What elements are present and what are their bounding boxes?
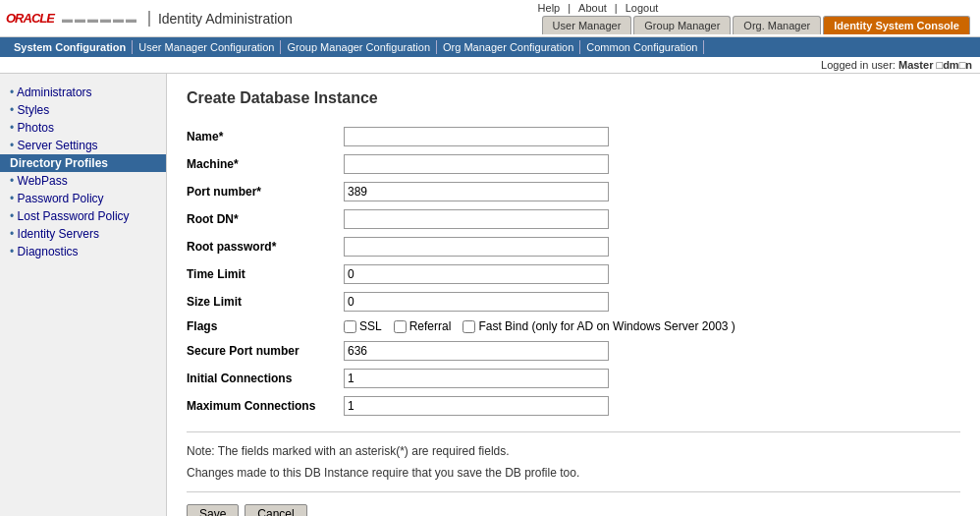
page-title: Create Database Instance: [187, 89, 960, 107]
help-link[interactable]: Help: [538, 2, 561, 14]
label-port: Port number*: [187, 178, 344, 205]
flag-ssl-label: SSL: [359, 319, 382, 333]
input-initial-connections[interactable]: [344, 369, 609, 388]
sidebar-menu: Administrators Styles Photos Server Sett…: [0, 84, 166, 260]
input-machine[interactable]: [344, 154, 609, 174]
label-size-limit: Size Limit: [187, 288, 344, 315]
tab-user-manager[interactable]: User Manager: [542, 16, 632, 34]
checkbox-ssl[interactable]: [344, 320, 356, 333]
sidebar-item-identity-servers[interactable]: Identity Servers: [0, 225, 166, 243]
top-bar: ORACLE ▬▬▬▬▬▬ Identity Administration He…: [0, 0, 980, 37]
button-row: Save Cancel: [187, 504, 960, 516]
input-time-limit[interactable]: [344, 264, 609, 284]
second-nav: System Configuration User Manager Config…: [0, 37, 980, 57]
note-required-fields: Note: The fields marked with an asterisk…: [187, 444, 960, 458]
label-max-connections: Maximum Connections: [187, 392, 344, 420]
nav-group-manager-config[interactable]: Group Manager Configuration: [281, 40, 437, 54]
divider-bottom: [187, 491, 960, 492]
flag-referral-label: Referral: [409, 319, 452, 333]
field-row-size-limit: Size Limit: [187, 288, 743, 315]
input-name[interactable]: [344, 127, 609, 146]
sidebar-item-styles[interactable]: Styles: [0, 101, 166, 119]
tab-identity-system-console[interactable]: Identity System Console: [823, 16, 970, 34]
input-max-connections[interactable]: [344, 396, 609, 416]
label-time-limit: Time Limit: [187, 260, 344, 288]
label-machine: Machine*: [187, 150, 344, 178]
input-size-limit[interactable]: [344, 292, 609, 312]
tab-org-manager[interactable]: Org. Manager: [733, 16, 821, 34]
input-secure-port[interactable]: [344, 341, 609, 361]
branding: ORACLE ▬▬▬▬▬▬ Identity Administration: [6, 11, 293, 27]
field-row-root-password: Root password*: [187, 233, 743, 260]
input-port[interactable]: [344, 182, 609, 201]
sidebar-item-diagnostics[interactable]: Diagnostics: [0, 243, 166, 260]
flag-ssl[interactable]: SSL: [344, 319, 382, 333]
main-layout: Administrators Styles Photos Server Sett…: [0, 74, 980, 516]
label-name: Name*: [187, 123, 344, 150]
field-row-flags: Flags SSL Referral: [187, 315, 743, 337]
flag-fast-bind-label: Fast Bind (only for AD on Windows Server…: [478, 319, 735, 333]
flag-referral[interactable]: Referral: [394, 319, 452, 333]
sidebar-item-directory-profiles[interactable]: Directory Profiles: [0, 154, 166, 172]
label-root-password: Root password*: [187, 233, 344, 260]
label-root-dn: Root DN*: [187, 205, 344, 233]
sidebar-item-server-settings[interactable]: Server Settings: [0, 137, 166, 154]
field-row-root-dn: Root DN*: [187, 205, 743, 233]
nav-common-config[interactable]: Common Configuration: [580, 40, 704, 54]
nav-system-config[interactable]: System Configuration: [8, 40, 133, 54]
content-area: Create Database Instance Name* Machine* …: [167, 74, 980, 516]
sidebar-item-administrators[interactable]: Administrators: [0, 84, 166, 101]
field-row-name: Name*: [187, 123, 743, 150]
logged-in-bar: Logged in user: Master □dm□n: [0, 57, 980, 74]
tab-nav: User Manager Group Manager Org. Manager …: [538, 14, 974, 34]
note-save-profile: Changes made to this DB Instance require…: [187, 466, 960, 480]
divider: [187, 431, 960, 432]
field-row-secure-port: Secure Port number: [187, 337, 743, 365]
cancel-button[interactable]: Cancel: [245, 504, 306, 516]
flags-row: SSL Referral Fast Bind (only for AD on W…: [344, 319, 735, 333]
about-link[interactable]: About: [578, 2, 607, 14]
form-table: Name* Machine* Port number* Root DN* Roo…: [187, 123, 743, 420]
label-initial-connections: Initial Connections: [187, 365, 344, 392]
sidebar-item-webpass[interactable]: WebPass: [0, 172, 166, 190]
nav-user-manager-config[interactable]: User Manager Configuration: [133, 40, 281, 54]
field-row-initial-connections: Initial Connections: [187, 365, 743, 392]
checkbox-fast-bind[interactable]: [463, 320, 475, 333]
tab-group-manager[interactable]: Group Manager: [633, 16, 731, 34]
label-flags: Flags: [187, 315, 344, 337]
sidebar-item-photos[interactable]: Photos: [0, 119, 166, 137]
sidebar-item-password-policy[interactable]: Password Policy: [0, 190, 166, 207]
field-row-time-limit: Time Limit: [187, 260, 743, 288]
flag-fast-bind[interactable]: Fast Bind (only for AD on Windows Server…: [463, 319, 735, 333]
app-title: Identity Administration: [148, 11, 293, 27]
save-button[interactable]: Save: [187, 504, 239, 516]
checkbox-referral[interactable]: [394, 320, 407, 333]
sidebar-item-lost-password-policy[interactable]: Lost Password Policy: [0, 207, 166, 225]
input-root-password[interactable]: [344, 237, 609, 257]
sidebar: Administrators Styles Photos Server Sett…: [0, 74, 167, 516]
field-row-machine: Machine*: [187, 150, 743, 178]
nav-org-manager-config[interactable]: Org Manager Configuration: [437, 40, 580, 54]
label-secure-port: Secure Port number: [187, 337, 344, 365]
oracle-logo: ORACLE: [6, 11, 54, 26]
logged-in-text: Logged in user: Master □dm□n: [821, 59, 972, 71]
field-row-port: Port number*: [187, 178, 743, 205]
top-links: Help | About | Logout: [538, 2, 659, 14]
logout-link[interactable]: Logout: [626, 2, 659, 14]
field-row-max-connections: Maximum Connections: [187, 392, 743, 420]
input-root-dn[interactable]: [344, 209, 609, 229]
